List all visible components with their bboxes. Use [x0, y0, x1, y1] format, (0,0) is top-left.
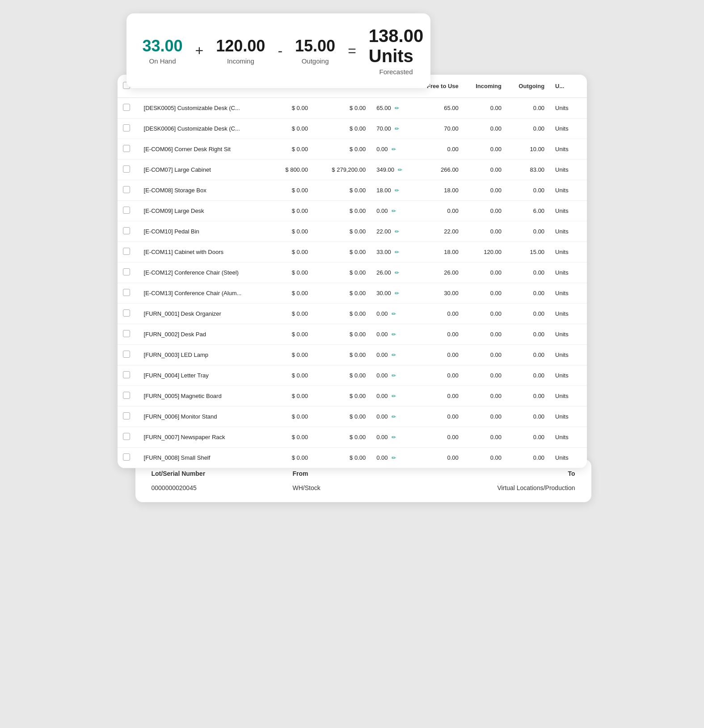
row-free-to-use: 0.00	[414, 345, 464, 365]
outgoing-label: Outgoing	[302, 57, 329, 65]
row-checkbox[interactable]	[123, 268, 130, 275]
row-uom: Units	[550, 119, 586, 139]
row-checkbox[interactable]	[123, 392, 130, 399]
edit-on-hand-icon[interactable]: ✏	[392, 372, 396, 379]
row-checkbox[interactable]	[123, 330, 130, 337]
edit-on-hand-icon[interactable]: ✏	[395, 270, 399, 276]
row-outgoing: 0.00	[507, 180, 550, 201]
edit-on-hand-icon[interactable]: ✏	[395, 290, 399, 296]
row-checkbox[interactable]	[123, 207, 130, 214]
row-on-hand: 349.00 ✏	[371, 160, 414, 180]
edit-on-hand-icon[interactable]: ✏	[392, 146, 396, 152]
row-checkbox[interactable]	[123, 309, 130, 317]
row-total-value: $ 0.00	[313, 201, 371, 221]
edit-on-hand-icon[interactable]: ✏	[395, 126, 399, 132]
table-row: [E-COM09] Large Desk $ 0.00 $ 0.00 0.00 …	[118, 201, 587, 221]
row-incoming: 0.00	[464, 283, 507, 304]
row-checkbox[interactable]	[123, 371, 130, 378]
row-product: [DESK0006] Customizable Desk (C...	[139, 119, 266, 139]
row-product: [E-COM12] Conference Chair (Steel)	[139, 262, 266, 283]
row-total-value: $ 0.00	[313, 345, 371, 365]
row-total-value: $ 0.00	[313, 242, 371, 262]
row-incoming: 0.00	[464, 304, 507, 324]
row-checkbox[interactable]	[123, 145, 130, 152]
on-hand-number: 0.00	[376, 454, 388, 461]
row-uom: Units	[550, 365, 586, 386]
row-checkbox[interactable]	[123, 351, 130, 358]
row-unit-cost: $ 0.00	[266, 283, 313, 304]
row-checkbox[interactable]	[123, 248, 130, 255]
bottom-from-value: WH/Stock	[293, 484, 434, 491]
row-incoming: 0.00	[464, 324, 507, 345]
row-free-to-use: 26.00	[414, 262, 464, 283]
edit-on-hand-icon[interactable]: ✏	[392, 208, 396, 214]
row-outgoing: 0.00	[507, 345, 550, 365]
row-free-to-use: 0.00	[414, 304, 464, 324]
row-unit-cost: $ 0.00	[266, 427, 313, 448]
row-free-to-use: 0.00	[414, 427, 464, 448]
row-checkbox-cell	[118, 262, 139, 283]
row-incoming: 0.00	[464, 119, 507, 139]
row-outgoing: 0.00	[507, 406, 550, 427]
on-hand-number: 0.00	[376, 146, 388, 152]
edit-on-hand-icon[interactable]: ✏	[392, 455, 396, 461]
header-incoming: Incoming	[464, 75, 507, 98]
row-on-hand: 0.00 ✏	[371, 406, 414, 427]
row-free-to-use: 266.00	[414, 160, 464, 180]
on-hand-number: 0.00	[376, 310, 388, 317]
row-product: [E-COM07] Large Cabinet	[139, 160, 266, 180]
edit-on-hand-icon[interactable]: ✏	[392, 331, 396, 338]
on-hand-number: 0.00	[376, 372, 388, 379]
row-unit-cost: $ 0.00	[266, 365, 313, 386]
row-product: [DESK0005] Customizable Desk (C...	[139, 98, 266, 119]
row-uom: Units	[550, 386, 586, 406]
row-total-value: $ 0.00	[313, 448, 371, 468]
row-free-to-use: 0.00	[414, 406, 464, 427]
row-checkbox[interactable]	[123, 412, 130, 419]
edit-on-hand-icon[interactable]: ✏	[395, 249, 399, 255]
row-checkbox[interactable]	[123, 165, 130, 173]
row-free-to-use: 0.00	[414, 139, 464, 160]
row-total-value: $ 0.00	[313, 98, 371, 119]
edit-on-hand-icon[interactable]: ✏	[392, 352, 396, 358]
row-checkbox[interactable]	[123, 227, 130, 234]
row-product: [E-COM13] Conference Chair (Alum...	[139, 283, 266, 304]
table-row: [E-COM12] Conference Chair (Steel) $ 0.0…	[118, 262, 587, 283]
edit-on-hand-icon[interactable]: ✏	[395, 187, 399, 194]
edit-on-hand-icon[interactable]: ✏	[395, 229, 399, 235]
row-checkbox[interactable]	[123, 289, 130, 296]
row-free-to-use: 0.00	[414, 324, 464, 345]
row-uom: Units	[550, 406, 586, 427]
row-incoming: 0.00	[464, 448, 507, 468]
row-checkbox[interactable]	[123, 104, 130, 111]
row-uom: Units	[550, 160, 586, 180]
table-row: [FURN_0001] Desk Organizer $ 0.00 $ 0.00…	[118, 304, 587, 324]
row-total-value: $ 0.00	[313, 386, 371, 406]
edit-on-hand-icon[interactable]: ✏	[398, 167, 402, 173]
edit-on-hand-icon[interactable]: ✏	[392, 434, 396, 440]
on-hand-number: 0.00	[376, 413, 388, 420]
row-checkbox[interactable]	[123, 124, 130, 131]
row-unit-cost: $ 0.00	[266, 221, 313, 242]
row-on-hand: 70.00 ✏	[371, 119, 414, 139]
row-checkbox[interactable]	[123, 433, 130, 440]
edit-on-hand-icon[interactable]: ✏	[392, 414, 396, 420]
row-incoming: 0.00	[464, 98, 507, 119]
row-on-hand: 22.00 ✏	[371, 221, 414, 242]
row-incoming: 120.00	[464, 242, 507, 262]
row-free-to-use: 18.00	[414, 180, 464, 201]
outgoing-item: 15.00 Outgoing	[295, 37, 335, 65]
row-on-hand: 33.00 ✏	[371, 242, 414, 262]
edit-on-hand-icon[interactable]: ✏	[392, 393, 396, 399]
row-checkbox[interactable]	[123, 453, 130, 461]
row-product: [FURN_0007] Newspaper Rack	[139, 427, 266, 448]
on-hand-label: On Hand	[149, 57, 176, 65]
row-checkbox[interactable]	[123, 186, 130, 193]
row-product: [FURN_0002] Desk Pad	[139, 324, 266, 345]
edit-on-hand-icon[interactable]: ✏	[392, 311, 396, 317]
edit-on-hand-icon[interactable]: ✏	[395, 105, 399, 111]
row-total-value: $ 0.00	[313, 139, 371, 160]
row-on-hand: 0.00 ✏	[371, 139, 414, 160]
row-product: [FURN_0008] Small Shelf	[139, 448, 266, 468]
on-hand-value: 33.00	[143, 37, 183, 55]
